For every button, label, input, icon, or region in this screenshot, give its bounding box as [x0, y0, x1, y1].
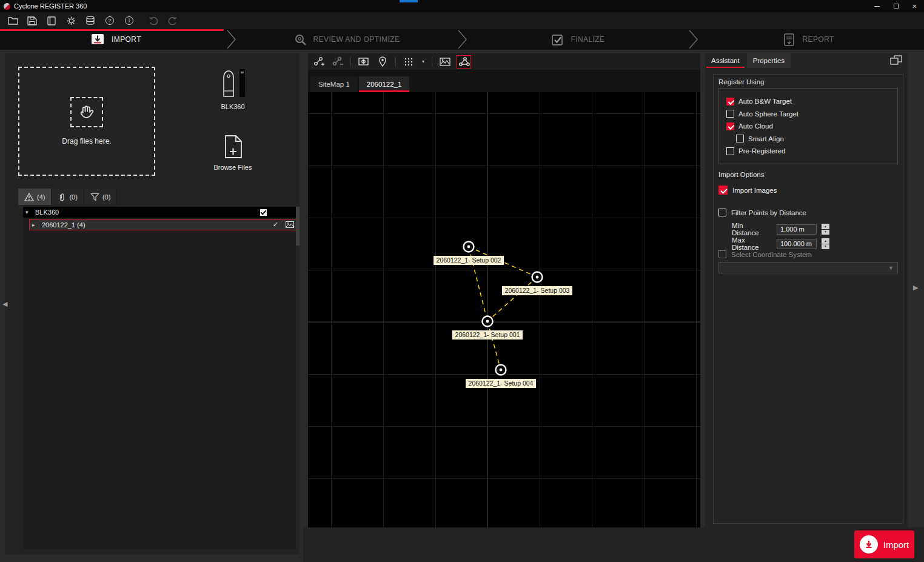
option-smart-align[interactable]: Smart Align — [719, 133, 897, 146]
setup-link-line[interactable] — [487, 277, 537, 321]
stepper-up-icon[interactable]: ▲ — [822, 224, 829, 229]
settings-gear-icon[interactable] — [65, 15, 76, 26]
browse-files-label: Browse Files — [205, 164, 261, 171]
option-label: Import Images — [732, 187, 777, 194]
auto-bw-target-checkbox[interactable] — [726, 98, 734, 105]
tab-dataset[interactable]: 2060122_1 — [359, 76, 410, 92]
coordinate-system-dropdown[interactable]: ▼ — [718, 262, 898, 273]
option-auto-sphere-target[interactable]: Auto Sphere Target — [719, 108, 897, 121]
assistant-panel: Assistant Properties Register Using Auto… — [705, 53, 908, 527]
option-auto-bw-target[interactable]: Auto B&W Target — [719, 95, 897, 108]
blk360-source[interactable]: BLK360 — [205, 69, 261, 110]
help-icon[interactable]: ? — [104, 15, 115, 26]
stepper-down-icon[interactable]: ▼ — [822, 244, 829, 250]
max-distance-input[interactable]: 100.000 m — [777, 239, 817, 249]
target-image-icon[interactable] — [357, 55, 371, 69]
save-project-icon[interactable] — [27, 15, 38, 26]
option-filter-points[interactable]: Filter Points by Distance — [718, 209, 898, 216]
redo-icon[interactable] — [167, 15, 178, 26]
project-library-icon[interactable] — [46, 15, 57, 26]
min-distance-stepper[interactable]: ▲ ▼ — [822, 224, 829, 235]
drag-drop-zone[interactable]: Drag files here. — [18, 67, 155, 176]
bottom-bar: Import — [303, 527, 924, 562]
option-select-coordinate-system[interactable]: Select Coordinate System — [718, 250, 898, 258]
close-button[interactable]: ✕ — [905, 0, 924, 12]
tab-label: Properties — [753, 57, 785, 64]
option-auto-cloud[interactable]: Auto Cloud — [719, 120, 897, 133]
blk360-label: BLK360 — [205, 103, 261, 110]
stepper-down-icon[interactable]: ▼ — [822, 230, 829, 235]
auto-cloud-checkbox[interactable] — [726, 122, 734, 130]
maximize-icon — [894, 4, 899, 8]
option-label: Select Coordinate System — [731, 251, 812, 258]
remove-link-icon[interactable] — [330, 55, 345, 69]
sitemap-canvas[interactable]: 2060122_1- Setup 0022060122_1- Setup 003… — [308, 92, 700, 527]
collapse-right-panel-arrow[interactable]: ▶ — [913, 284, 918, 292]
import-options-title: Import Options — [718, 171, 764, 178]
min-distance-input[interactable]: 1.000 m — [777, 224, 817, 235]
sitemap-tabbar: SiteMap 1 2060122_1 — [308, 70, 700, 92]
tab-sitemap-1[interactable]: SiteMap 1 — [310, 76, 358, 92]
issue-tabs: (4) (0) (0) — [18, 189, 117, 205]
top-notification-strip — [400, 0, 418, 2]
maximize-button[interactable] — [886, 0, 905, 12]
browse-files-button[interactable]: Browse Files — [205, 135, 261, 171]
pano-image-icon[interactable] — [286, 221, 294, 228]
caret-down-icon[interactable]: ▾ — [25, 209, 33, 215]
coordinate-system-checkbox[interactable] — [718, 250, 726, 258]
panel-layout-icon[interactable] — [889, 55, 903, 65]
info-icon[interactable]: i — [124, 15, 135, 26]
active-step-indicator — [0, 29, 224, 31]
warnings-tab[interactable]: (4) — [18, 189, 52, 205]
tab-label: 2060122_1 — [367, 81, 402, 88]
filtered-tab[interactable]: (0) — [84, 189, 117, 205]
workflow-step-finalize[interactable]: FINALIZE — [462, 29, 693, 50]
import-settings-body: Register Using Auto B&W Target Auto Sphe… — [713, 74, 903, 524]
tree-row-dataset[interactable]: ▸ 2060122_1 (4) ✓ — [29, 219, 297, 230]
stepper-up-icon[interactable]: ▲ — [822, 238, 829, 244]
open-project-icon[interactable] — [7, 15, 18, 26]
setup-node[interactable]: 2060122_1- Setup 002 — [434, 242, 504, 266]
dropdown-caret-icon: ▼ — [888, 265, 894, 271]
setup-node[interactable]: 2060122_1- Setup 004 — [466, 365, 536, 389]
register-using-group: Auto B&W Target Auto Sphere Target Auto … — [718, 88, 898, 164]
tab-assistant[interactable]: Assistant — [705, 53, 746, 68]
pre-registered-checkbox[interactable] — [726, 147, 734, 155]
workflow-step-report[interactable]: REPORT — [693, 29, 924, 50]
finalize-step-icon — [551, 33, 565, 47]
scrollbar-thumb[interactable] — [296, 207, 300, 246]
add-link-icon[interactable] — [312, 55, 326, 69]
auto-sphere-target-checkbox[interactable] — [726, 110, 734, 118]
snap-grid-icon[interactable] — [401, 55, 416, 69]
import-button[interactable]: Import — [854, 530, 914, 558]
workflow-step-import[interactable]: IMPORT — [0, 29, 231, 50]
setup-link-line[interactable] — [487, 321, 501, 370]
option-import-images[interactable]: Import Images — [718, 186, 898, 195]
attachments-tab[interactable]: (0) — [52, 189, 84, 205]
tree-scrollbar[interactable] — [296, 207, 300, 549]
undo-icon[interactable] — [148, 15, 159, 26]
collapse-left-panel-arrow[interactable]: ◀ — [2, 300, 7, 308]
main-toolbar: ? i links — [0, 12, 924, 29]
blk360-dropdown-strip[interactable] — [239, 69, 245, 97]
storage-icon[interactable] — [85, 15, 96, 26]
tree-node-checkbox[interactable] — [260, 209, 267, 216]
import-images-checkbox[interactable] — [718, 186, 728, 195]
option-pre-registered[interactable]: Pre-Registered — [719, 145, 897, 158]
hand-drag-icon — [78, 103, 96, 121]
snap-grid-dropdown-caret[interactable]: ▾ — [420, 59, 426, 64]
workflow-step-review[interactable]: REVIEW AND OPTIMIZE — [231, 29, 462, 50]
import-file-tree: ▾ BLK360 ▸ 2060122_1 (4) ✓ — [23, 207, 297, 549]
smart-align-checkbox[interactable] — [736, 135, 744, 142]
filter-points-checkbox[interactable] — [718, 209, 726, 216]
pano-view-icon[interactable] — [438, 55, 452, 69]
minimize-button[interactable] — [868, 0, 886, 12]
tab-properties[interactable]: Properties — [747, 53, 791, 68]
max-distance-stepper[interactable]: ▲ ▼ — [822, 238, 829, 249]
caret-right-icon[interactable]: ▸ — [32, 222, 39, 228]
setup-pin-icon[interactable] — [375, 55, 390, 69]
warning-icon — [24, 193, 34, 201]
setup-node[interactable]: 2060122_1- Setup 003 — [502, 272, 572, 296]
tree-row-blk360[interactable]: ▾ BLK360 — [23, 207, 297, 218]
auto-cloud-tool-icon[interactable] — [457, 55, 471, 69]
